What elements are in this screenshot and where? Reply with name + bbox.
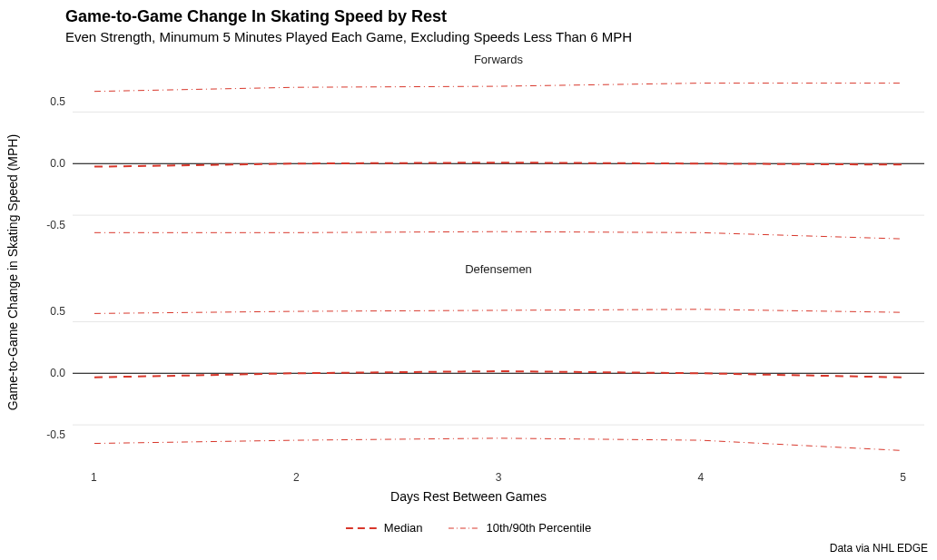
plot-area: Forwards 0.5 0.0 -0.5 Defensemen 0.5 0.0… (73, 51, 924, 469)
x-tick: 5 (900, 471, 906, 484)
panel-defensemen: 0.5 0.0 -0.5 (73, 280, 924, 467)
y-tick: -0.5 (46, 219, 65, 231)
chart-title: Game-to-Game Change In Skating Speed by … (65, 7, 447, 26)
facet-label: Forwards (474, 53, 523, 66)
chart-subtitle: Even Strength, Minumum 5 Minutes Played … (65, 29, 632, 44)
x-tick: 2 (293, 471, 300, 484)
legend: Median 10th/90th Percentile (346, 521, 591, 535)
legend-swatch-median (346, 522, 377, 535)
legend-label: 10th/90th Percentile (487, 521, 592, 535)
x-tick: 4 (697, 471, 704, 484)
legend-item-median: Median (346, 521, 423, 535)
y-tick: 0.0 (50, 367, 65, 379)
x-axis: 1 2 3 4 5 (73, 471, 924, 486)
y-tick: 0.5 (50, 305, 65, 318)
y-axis-label: Game-to-Game Change in Skating Speed (MP… (5, 0, 20, 272)
facet-label: Defensemen (465, 262, 532, 276)
y-tick: -0.5 (46, 428, 65, 441)
legend-item-percentile: 10th/90th Percentile (449, 521, 592, 535)
legend-swatch-percentile (449, 522, 479, 535)
data-credit: Data via NHL EDGE (830, 542, 928, 555)
panel-forwards: 0.5 0.0 -0.5 (73, 71, 924, 257)
legend-label: Median (384, 521, 423, 535)
x-axis-label: Days Rest Between Games (390, 489, 547, 504)
chart-container: Game-to-Game Change In Skating Speed by … (0, 0, 937, 560)
y-tick: 0.0 (50, 157, 65, 170)
x-tick: 1 (91, 471, 97, 484)
facet-forwards: Forwards 0.5 0.0 -0.5 (73, 51, 924, 257)
y-tick: 0.5 (50, 95, 65, 108)
facet-defensemen: Defensemen 0.5 0.0 -0.5 (73, 260, 924, 467)
x-tick: 3 (496, 471, 502, 484)
